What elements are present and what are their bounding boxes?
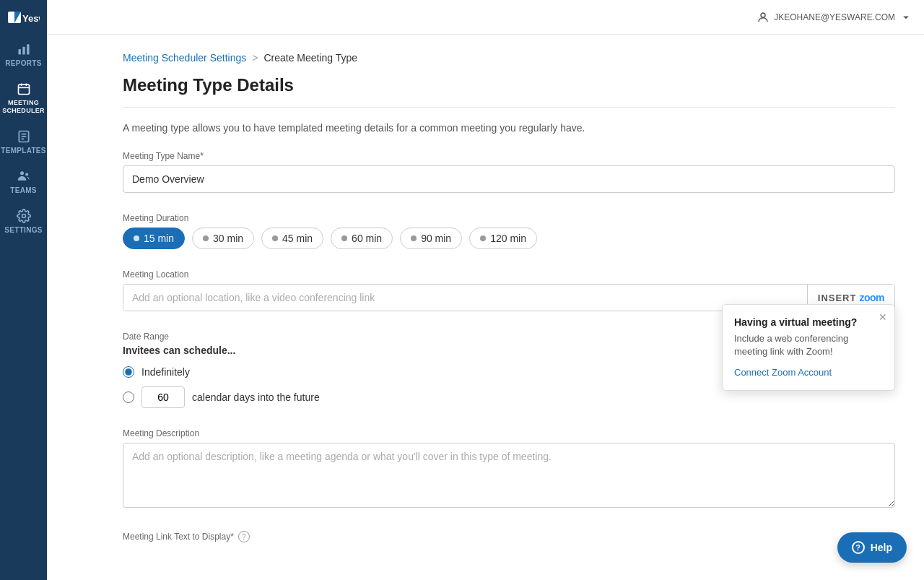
meeting-type-name-group: Meeting Type Name* xyxy=(123,151,895,193)
zoom-tooltip-close-button[interactable]: ✕ xyxy=(879,312,887,322)
chevron-down-icon xyxy=(899,11,912,24)
meeting-type-name-input[interactable] xyxy=(123,165,895,193)
help-button-label: Help xyxy=(871,542,892,553)
meeting-duration-label: Meeting Duration xyxy=(123,213,895,223)
meeting-link-text-label: Meeting Link Text to Display* xyxy=(123,532,234,542)
duration-label: 30 min xyxy=(213,233,243,244)
meeting-location-group: Meeting Location INSERT zoom ✕ Having a … xyxy=(123,269,895,311)
sidebar-item-meeting-scheduler[interactable]: MEETING SCHEDULER xyxy=(0,74,47,122)
duration-label: 120 min xyxy=(490,233,526,244)
sidebar-item-templates[interactable]: TEMPLATES xyxy=(0,122,47,162)
meeting-description-input[interactable] xyxy=(123,443,895,508)
sidebar-item-label: REPORTS xyxy=(5,59,41,67)
duration-dot xyxy=(203,235,209,241)
svg-point-15 xyxy=(25,173,28,176)
duration-label: 45 min xyxy=(282,233,313,244)
user-email: JKEOHANE@YESWARE.COM xyxy=(774,12,895,22)
meeting-duration-group: Meeting Duration 15 min 30 min 45 min 60… xyxy=(123,213,895,249)
meeting-description-label: Meeting Description xyxy=(123,428,895,438)
breadcrumb-parent[interactable]: Meeting Scheduler Settings xyxy=(123,52,246,64)
duration-dot xyxy=(341,235,347,241)
meeting-description-group: Meeting Description xyxy=(123,428,895,511)
sidebar-item-reports[interactable]: REPORTS xyxy=(0,35,47,74)
svg-rect-5 xyxy=(27,44,29,54)
duration-90min[interactable]: 90 min xyxy=(400,228,462,249)
logo: Yesware xyxy=(0,0,47,35)
sidebar-item-label: SETTINGS xyxy=(4,226,42,234)
svg-point-14 xyxy=(20,171,24,175)
sidebar-item-label: TEMPLATES xyxy=(1,147,46,155)
meeting-link-label-row: Meeting Link Text to Display* ? xyxy=(123,531,895,542)
duration-options: 15 min 30 min 45 min 60 min 90 min 120 m… xyxy=(123,228,895,249)
insert-zoom-text: INSERT xyxy=(818,293,857,303)
duration-label: 60 min xyxy=(352,233,382,244)
duration-120min[interactable]: 120 min xyxy=(469,228,537,249)
radio-days-label: calendar days into the future xyxy=(192,391,320,403)
svg-point-17 xyxy=(761,13,765,17)
zoom-tooltip: ✕ Having a virtual meeting? Include a we… xyxy=(722,304,895,391)
meeting-type-name-label: Meeting Type Name* xyxy=(123,151,895,161)
meeting-location-label: Meeting Location xyxy=(123,269,895,280)
duration-dot xyxy=(480,235,486,241)
topbar: JKEOHANE@YESWARE.COM xyxy=(47,0,924,35)
person-icon xyxy=(757,11,770,24)
svg-rect-3 xyxy=(18,49,20,55)
zoom-tooltip-title: Having a virtual meeting? xyxy=(734,316,883,328)
duration-label: 90 min xyxy=(421,233,451,244)
zoom-tooltip-body: Include a web conferencing meeting link … xyxy=(734,332,883,358)
connect-zoom-account-link[interactable]: Connect Zoom Account xyxy=(734,367,832,378)
radio-indefinitely-input[interactable] xyxy=(123,366,134,378)
duration-15min[interactable]: 15 min xyxy=(123,228,185,249)
meeting-link-label-group: Meeting Link Text to Display* ? xyxy=(123,531,895,542)
help-circle-icon: ? xyxy=(852,541,865,554)
main-content: Meeting Scheduler Settings > Create Meet… xyxy=(94,35,924,580)
breadcrumb-separator: > xyxy=(252,52,258,64)
sidebar: Yesware REPORTS MEETING SCHEDULER TEMPLA… xyxy=(0,0,47,580)
duration-60min[interactable]: 60 min xyxy=(331,228,393,249)
page-description: A meeting type allows you to have templa… xyxy=(123,122,895,134)
help-button[interactable]: ? Help xyxy=(837,532,907,563)
duration-label: 15 min xyxy=(144,233,174,244)
zoom-brand-text: zoom xyxy=(859,292,884,303)
radio-days-input[interactable] xyxy=(123,391,134,403)
sidebar-item-teams[interactable]: TEAMS xyxy=(0,162,47,202)
duration-45min[interactable]: 45 min xyxy=(261,228,323,249)
meeting-link-help-icon[interactable]: ? xyxy=(238,531,250,542)
duration-dot xyxy=(411,235,417,241)
svg-rect-4 xyxy=(22,47,25,55)
sidebar-item-settings[interactable]: SETTINGS xyxy=(0,202,47,241)
breadcrumb: Meeting Scheduler Settings > Create Meet… xyxy=(123,52,895,64)
svg-text:Yesware: Yesware xyxy=(22,13,40,24)
user-menu[interactable]: JKEOHANE@YESWARE.COM xyxy=(757,11,912,24)
page-title: Meeting Type Details xyxy=(123,75,895,95)
sidebar-item-label: MEETING SCHEDULER xyxy=(2,99,45,115)
duration-dot xyxy=(272,235,278,241)
meeting-location-input[interactable] xyxy=(123,285,807,311)
svg-rect-6 xyxy=(18,85,29,94)
title-divider xyxy=(123,107,895,108)
days-input-field[interactable] xyxy=(141,386,185,408)
duration-30min[interactable]: 30 min xyxy=(192,228,254,249)
svg-point-16 xyxy=(22,214,25,217)
sidebar-item-label: TEAMS xyxy=(10,186,37,194)
breadcrumb-current: Create Meeting Type xyxy=(263,52,357,64)
duration-dot xyxy=(134,235,139,241)
radio-indefinitely-label: Indefinitely xyxy=(141,366,190,378)
